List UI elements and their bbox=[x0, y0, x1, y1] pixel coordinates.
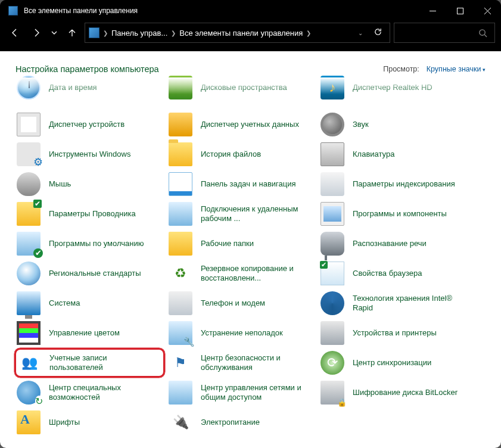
control-panel-icon bbox=[8, 6, 18, 15]
breadcrumb-1[interactable]: Панель управ... bbox=[111, 29, 167, 38]
item-label: Звук bbox=[353, 120, 369, 129]
control-panel-item[interactable]: Шифрование диска BitLocker bbox=[318, 378, 469, 407]
index-icon bbox=[320, 172, 344, 196]
item-label: Подключения к удаленным рабочим ... bbox=[201, 204, 313, 224]
flag-icon: ⚑ bbox=[169, 351, 192, 375]
drive-icon bbox=[169, 76, 192, 99]
item-label: Рабочие папки bbox=[201, 239, 254, 248]
control-panel-item[interactable]: Рабочие папки bbox=[166, 229, 317, 259]
item-label: Программы по умолчанию bbox=[49, 239, 144, 248]
item-label: Электропитание bbox=[201, 418, 260, 427]
forward-button[interactable] bbox=[27, 24, 45, 42]
close-button[interactable] bbox=[474, 0, 501, 21]
item-label: Центр безопасности и обслуживания bbox=[201, 353, 313, 373]
up-button[interactable] bbox=[63, 24, 81, 42]
control-panel-item[interactable]: Устранение неполадок bbox=[166, 318, 317, 348]
item-label: Шрифты bbox=[49, 418, 80, 427]
phone-icon bbox=[169, 291, 192, 315]
mouse-icon bbox=[17, 172, 41, 196]
fonts-icon bbox=[17, 410, 41, 434]
window: Все элементы панели управления ❯ Панель … bbox=[0, 0, 501, 448]
control-panel-item[interactable]: Программы по умолчанию bbox=[14, 229, 165, 259]
item-label: Параметры Проводника bbox=[49, 209, 136, 219]
control-panel-item[interactable]: Программы и компоненты bbox=[318, 199, 469, 229]
item-label: Свойства браузера bbox=[353, 269, 422, 278]
intel-icon bbox=[320, 291, 344, 315]
control-panel-item[interactable]: Свойства браузера bbox=[318, 259, 469, 288]
control-panel-item[interactable]: Центр управления сетями и общим доступом bbox=[166, 378, 317, 407]
control-panel-item[interactable]: Дата и время bbox=[14, 66, 165, 110]
keyboard-icon bbox=[320, 142, 344, 166]
item-label: Центр синхронизации bbox=[353, 358, 431, 368]
address-dropdown[interactable]: ⌄ bbox=[353, 30, 368, 36]
control-panel-item[interactable]: Параметры Проводника bbox=[14, 199, 165, 229]
item-label: Управление цветом bbox=[49, 328, 120, 338]
tools-icon bbox=[17, 142, 41, 166]
svg-rect-0 bbox=[457, 8, 463, 14]
realtek-icon: ♪ bbox=[320, 76, 344, 99]
control-panel-item[interactable]: ♪Диспетчер Realtek HD bbox=[318, 66, 469, 110]
control-panel-item[interactable]: Устройства и принтеры bbox=[318, 318, 469, 348]
device-icon bbox=[17, 113, 41, 136]
address-bar[interactable]: ❯ Панель управ... ❯ Все элементы панели … bbox=[85, 23, 390, 43]
control-panel-item[interactable]: 🔌Электропитание bbox=[166, 407, 317, 437]
control-panel-item[interactable]: Технология хранения Intel® Rapid bbox=[318, 288, 469, 318]
backup-icon: ♻ bbox=[169, 262, 192, 285]
item-label: Учетные записи пользователей bbox=[49, 353, 161, 373]
item-label: Дисковые пространства bbox=[201, 83, 287, 92]
system-icon bbox=[17, 291, 41, 315]
control-panel-item[interactable]: Шрифты bbox=[14, 407, 165, 437]
work-icon bbox=[169, 232, 192, 256]
control-panel-item[interactable]: Распознавание речи bbox=[318, 229, 469, 259]
control-panel-item[interactable]: Панель задач и навигация bbox=[166, 169, 317, 199]
control-panel-item[interactable]: ⟳Центр синхронизации bbox=[318, 348, 469, 378]
control-panel-item[interactable]: Диспетчер устройств bbox=[14, 110, 165, 139]
search-box[interactable] bbox=[394, 23, 495, 43]
control-panel-item[interactable]: Управление цветом bbox=[14, 318, 165, 348]
control-panel-item[interactable]: История файлов bbox=[166, 139, 317, 169]
bitlocker-icon bbox=[320, 381, 344, 405]
region-icon bbox=[17, 262, 41, 285]
control-panel-item[interactable]: Дисковые пространства bbox=[166, 66, 317, 110]
breadcrumb-2[interactable]: Все элементы панели управления bbox=[179, 29, 303, 38]
minimize-button[interactable] bbox=[419, 0, 446, 21]
back-button[interactable] bbox=[6, 24, 24, 42]
item-label: Региональные стандарты bbox=[49, 269, 141, 278]
control-panel-item[interactable]: Система bbox=[14, 288, 165, 318]
item-label: Клавиатура bbox=[353, 150, 394, 159]
sync-icon: ⟳ bbox=[320, 351, 344, 375]
window-title: Все элементы панели управления bbox=[24, 7, 138, 15]
item-label: Шифрование диска BitLocker bbox=[353, 388, 458, 397]
navigation-bar: ❯ Панель управ... ❯ Все элементы панели … bbox=[0, 21, 501, 51]
control-panel-item[interactable]: Мышь bbox=[14, 169, 165, 199]
control-panel-item[interactable]: Подключения к удаленным рабочим ... bbox=[166, 199, 317, 229]
item-label: Распознавание речи bbox=[353, 239, 427, 248]
control-panel-item[interactable]: ⚑Центр безопасности и обслуживания bbox=[166, 348, 317, 378]
history-dropdown[interactable] bbox=[49, 24, 60, 42]
clock-icon bbox=[17, 76, 41, 99]
control-panel-item[interactable]: Диспетчер учетных данных bbox=[166, 110, 317, 139]
search-icon bbox=[478, 29, 487, 38]
control-panel-item[interactable]: ♻Резервное копирование и восстановлени..… bbox=[166, 259, 317, 288]
item-label: Технология хранения Intel® Rapid bbox=[353, 294, 465, 313]
item-label: Центр управления сетями и общим доступом bbox=[201, 383, 313, 403]
control-panel-item[interactable]: Центр специальных возможностей bbox=[14, 378, 165, 407]
titlebar: Все элементы панели управления bbox=[0, 0, 501, 21]
remote-icon bbox=[169, 202, 192, 226]
control-panel-item[interactable]: Звук bbox=[318, 110, 469, 139]
item-label: Мышь bbox=[49, 179, 71, 189]
control-panel-item[interactable]: Телефон и модем bbox=[166, 288, 317, 318]
control-panel-item[interactable]: Инструменты Windows bbox=[14, 139, 165, 169]
item-label: История файлов bbox=[201, 150, 261, 159]
control-panel-item[interactable]: Клавиатура bbox=[318, 139, 469, 169]
explorer-icon bbox=[17, 202, 41, 226]
power-icon: 🔌 bbox=[169, 410, 192, 434]
control-panel-item[interactable]: Параметры индексирования bbox=[318, 169, 469, 199]
default-icon bbox=[17, 232, 41, 256]
chevron-icon: ❯ bbox=[305, 30, 312, 36]
control-panel-item[interactable]: 👥Учетные записи пользователей bbox=[14, 348, 165, 378]
network-icon bbox=[169, 381, 192, 405]
maximize-button[interactable] bbox=[446, 0, 474, 21]
control-panel-item[interactable]: Региональные стандарты bbox=[14, 259, 165, 288]
refresh-button[interactable] bbox=[370, 27, 386, 38]
